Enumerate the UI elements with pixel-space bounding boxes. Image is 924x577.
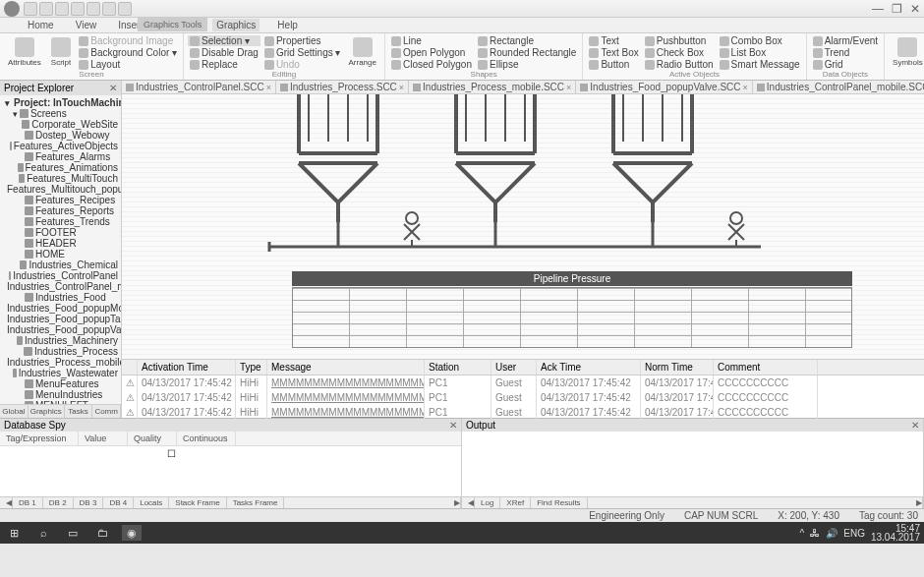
document-tab[interactable]: Industries_Process.SCC× — [276, 81, 409, 93]
alarm-row[interactable]: ⚠04/13/2017 17:45:42HiHiMMMMMMMMMMMMMMMM… — [122, 405, 924, 420]
layout-button[interactable]: Layout — [77, 59, 179, 70]
button-button[interactable]: Button — [587, 59, 640, 70]
pushbutton-button[interactable]: Pushbutton — [643, 35, 716, 46]
text-button[interactable]: Text — [587, 35, 640, 46]
grid-settings-button[interactable]: Grid Settings ▾ — [262, 47, 343, 58]
symbols-button[interactable]: Symbols — [889, 35, 924, 70]
tree-item[interactable]: MenuFeatures — [2, 378, 119, 389]
qat-btn[interactable] — [87, 2, 100, 16]
tree-item[interactable]: Industries_Machinery — [2, 335, 119, 346]
tab-find[interactable]: Find Results — [531, 497, 587, 508]
scroll-left-icon[interactable]: ◀ — [462, 497, 475, 508]
minimize-button[interactable]: — — [872, 2, 884, 16]
tree-item[interactable]: Industries_Food_popupMoto — [2, 303, 119, 314]
qat-btn[interactable] — [118, 2, 132, 16]
maximize-button[interactable]: ❐ — [892, 2, 902, 16]
tree-root[interactable]: ▾ Project: InTouchMachineEdition.AP — [2, 97, 119, 108]
tree-item[interactable]: Corporate_WebSite — [2, 119, 119, 130]
tree-folder-screens[interactable]: ▾ Screens — [2, 108, 119, 119]
menu-view[interactable]: View — [72, 19, 101, 31]
tree-item[interactable]: Industries_Process_mobile — [2, 357, 119, 368]
combo-button[interactable]: Combo Box — [718, 35, 802, 46]
textbox-button[interactable]: Text Box — [587, 47, 640, 58]
close-tab-icon[interactable]: × — [266, 83, 271, 92]
tree-item[interactable]: FOOTER — [2, 227, 119, 238]
output-body[interactable] — [462, 432, 923, 496]
scroll-left-icon[interactable]: ◀ — [0, 497, 13, 508]
tab-tasks[interactable]: Tasks Frame — [227, 497, 285, 508]
design-canvas[interactable]: Pipeline Pressure — [122, 94, 924, 359]
trend-button[interactable]: Trend — [811, 47, 880, 58]
bg-color-button[interactable]: Background Color ▾ — [77, 47, 179, 58]
tab-comm[interactable]: Comm — [92, 405, 121, 418]
bg-image-button[interactable]: Background Image — [77, 35, 179, 46]
tree-item[interactable]: HEADER — [2, 238, 119, 249]
tree-item[interactable]: Features_MultiTouch — [2, 173, 119, 184]
alarm-button[interactable]: Alarm/Event — [811, 35, 880, 46]
qat-btn[interactable] — [55, 2, 69, 16]
tray-icon[interactable]: ^ — [800, 528, 805, 539]
tab-global[interactable]: Global — [0, 405, 29, 418]
close-panel-icon[interactable]: ✕ — [449, 420, 457, 431]
menu-graphics[interactable]: Graphics — [212, 19, 260, 31]
tab-tasks[interactable]: Tasks — [65, 405, 93, 418]
line-button[interactable]: Line — [389, 35, 474, 46]
smart-msg-button[interactable]: Smart Message — [718, 59, 802, 70]
close-tab-icon[interactable]: × — [399, 83, 404, 92]
close-tab-icon[interactable]: × — [566, 83, 571, 92]
taskview-button[interactable]: ▭ — [63, 525, 83, 541]
tab-xref[interactable]: XRef — [500, 497, 531, 508]
selection-button[interactable]: Selection ▾ — [188, 35, 260, 46]
attributes-button[interactable]: Attributes — [4, 35, 45, 70]
tree-item[interactable]: Features_ActiveObjects — [2, 141, 119, 151]
tab-log[interactable]: Log — [475, 497, 500, 508]
script-button[interactable]: Script — [47, 35, 75, 70]
document-tab[interactable]: Industries_ControlPanel.SCC× — [122, 81, 276, 93]
tree-item[interactable]: Industries_Food_popupValve — [2, 324, 119, 335]
qat-btn[interactable] — [24, 2, 37, 16]
tree-item[interactable]: Industries_Food_popupTank — [2, 314, 119, 324]
tree-item[interactable]: Industries_Chemical — [2, 260, 119, 270]
tree-item[interactable]: Features_Recipes — [2, 195, 119, 205]
tree-item[interactable]: Features_Reports — [2, 205, 119, 216]
radio-button[interactable]: Radio Button — [643, 59, 716, 70]
tree-item[interactable]: Industries_ControlPanel_mob — [2, 281, 119, 292]
qat-btn[interactable] — [39, 2, 53, 16]
tray-icon[interactable]: 🔊 — [826, 528, 837, 539]
explorer-button[interactable]: 🗀 — [92, 525, 112, 541]
scroll-right-icon[interactable]: ▶ — [448, 497, 461, 508]
data-table[interactable] — [292, 287, 852, 348]
tree-item[interactable]: Industries_Food — [2, 292, 119, 303]
tree-item[interactable]: HOME — [2, 249, 119, 260]
tree-item[interactable]: Features_Animations — [2, 162, 119, 173]
alarm-grid[interactable]: Activation Time Type Message Station Use… — [122, 359, 924, 418]
listbox-button[interactable]: List Box — [718, 47, 802, 58]
tab-db4[interactable]: DB 4 — [103, 497, 134, 508]
db-spy-body[interactable]: ☐ — [0, 446, 461, 496]
checkbox-button[interactable]: Check Box — [643, 47, 716, 58]
tray-icon[interactable]: 🖧 — [810, 528, 820, 539]
tab-db2[interactable]: DB 2 — [43, 497, 74, 508]
document-tab[interactable]: Industries_Process_mobile.SCC× — [409, 81, 576, 93]
close-tab-icon[interactable]: × — [743, 83, 748, 92]
menu-home[interactable]: Home — [24, 19, 58, 31]
tree-item[interactable]: Industries_Process — [2, 346, 119, 357]
project-tree[interactable]: ▾ Project: InTouchMachineEdition.AP ▾ Sc… — [0, 95, 121, 404]
tree-item[interactable]: Features_Alarms — [2, 151, 119, 162]
tree-item[interactable]: Dostep_Webowy — [2, 130, 119, 141]
tree-item[interactable]: Industries_Wastewater — [2, 368, 119, 378]
menu-help[interactable]: Help — [273, 19, 302, 31]
undo-button[interactable]: Undo — [262, 59, 343, 70]
tray-lang[interactable]: ENG — [843, 528, 865, 539]
closed-polygon-button[interactable]: Closed Polygon — [389, 59, 474, 70]
arrange-button[interactable]: Arrange — [344, 35, 379, 70]
rounded-rect-button[interactable]: Rounded Rectangle — [476, 47, 578, 58]
tab-stack[interactable]: Stack Frame — [169, 497, 226, 508]
search-button[interactable]: ⌕ — [33, 525, 53, 541]
tab-db1[interactable]: DB 1 — [13, 497, 43, 508]
system-tray[interactable]: ^ 🖧 🔊 ENG 15:47 13.04.2017 — [800, 524, 920, 542]
grid-button[interactable]: Grid — [811, 59, 880, 70]
ellipse-button[interactable]: Ellipse — [476, 59, 578, 70]
scroll-right-icon[interactable]: ▶ — [910, 497, 923, 508]
alarm-row[interactable]: ⚠04/13/2017 17:45:42HiHiMMMMMMMMMMMMMMMM… — [122, 390, 924, 405]
